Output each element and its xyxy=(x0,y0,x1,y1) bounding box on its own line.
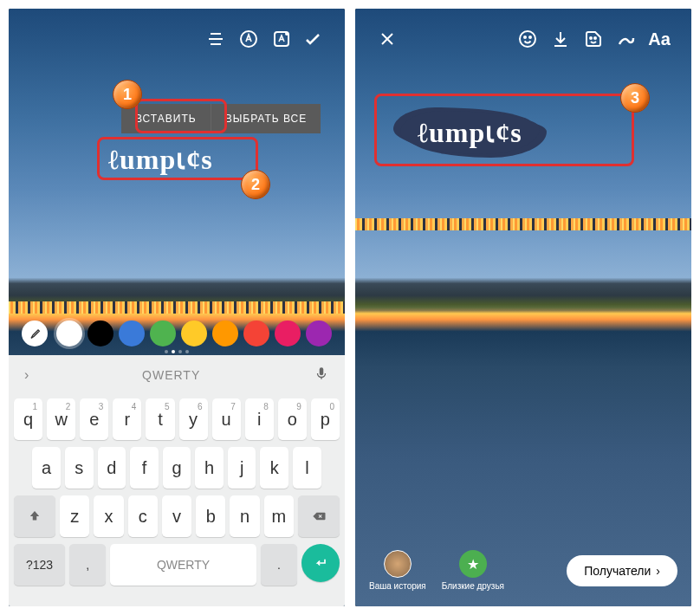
emoji-key[interactable]: , xyxy=(69,544,106,586)
space-key[interactable]: QWERTY xyxy=(110,544,256,586)
key-m[interactable]: m xyxy=(264,495,294,537)
share-bar: Ваша история ★ Близкие друзья Получатели… xyxy=(355,550,691,591)
color-swatch[interactable] xyxy=(56,320,82,346)
svg-point-4 xyxy=(520,31,535,47)
align-icon[interactable] xyxy=(201,24,230,54)
annotation-box-2 xyxy=(97,137,258,180)
key-z[interactable]: z xyxy=(60,495,89,537)
city-lights xyxy=(9,301,345,314)
key-p[interactable]: p0 xyxy=(311,398,340,440)
key-k[interactable]: k xyxy=(260,447,288,489)
done-checkmark[interactable] xyxy=(298,24,327,54)
annotation-box-1 xyxy=(135,99,227,133)
draw-icon[interactable] xyxy=(612,24,641,54)
chevron-right-icon: › xyxy=(656,564,660,578)
key-a[interactable]: a xyxy=(32,447,61,489)
backspace-key[interactable] xyxy=(298,495,340,537)
svg-point-6 xyxy=(529,36,531,38)
recipients-button[interactable]: Получатели › xyxy=(567,555,677,586)
key-v[interactable]: v xyxy=(162,495,191,537)
svg-point-5 xyxy=(524,36,526,38)
editor-toolbar xyxy=(9,17,345,61)
mic-icon[interactable] xyxy=(314,366,329,385)
key-s[interactable]: s xyxy=(65,447,94,489)
color-swatch[interactable] xyxy=(181,320,207,346)
key-y[interactable]: y6 xyxy=(179,398,208,440)
annotation-badge-1: 1 xyxy=(113,80,142,109)
color-swatch[interactable] xyxy=(150,320,176,346)
key-c[interactable]: c xyxy=(128,495,158,537)
enter-key[interactable] xyxy=(301,544,340,582)
face-filter-icon[interactable] xyxy=(513,24,542,54)
keyboard-suggestion[interactable]: QWERTY xyxy=(29,368,314,382)
svg-point-7 xyxy=(590,37,592,39)
key-g[interactable]: g xyxy=(163,447,191,489)
key-d[interactable]: d xyxy=(98,447,126,489)
page-dots xyxy=(165,350,189,353)
key-h[interactable]: h xyxy=(195,447,224,489)
text-tool-label[interactable]: Aa xyxy=(645,24,674,54)
annotation-badge-2: 2 xyxy=(241,170,270,199)
story-toolbar: Aa xyxy=(355,17,691,61)
sticker-icon[interactable] xyxy=(579,24,608,54)
eyedropper-icon[interactable] xyxy=(22,320,48,346)
key-e[interactable]: e3 xyxy=(80,398,108,440)
key-t[interactable]: t5 xyxy=(146,398,174,440)
close-friends-target[interactable]: ★ Близкие друзья xyxy=(442,550,504,591)
svg-point-8 xyxy=(594,37,596,39)
color-swatch[interactable] xyxy=(306,320,332,346)
download-icon[interactable] xyxy=(546,24,575,54)
svg-rect-3 xyxy=(320,367,324,375)
text-bg-icon[interactable] xyxy=(267,24,296,54)
key-o[interactable]: o9 xyxy=(278,398,307,440)
keyboard: › QWERTY q1w2e3r4t5y6u7i8o9p0 asdfghjkl … xyxy=(9,355,345,606)
key-q[interactable]: q1 xyxy=(14,398,42,440)
color-swatch[interactable] xyxy=(275,320,301,346)
color-swatch[interactable] xyxy=(212,320,238,346)
color-swatch[interactable] xyxy=(88,320,113,346)
key-w[interactable]: w2 xyxy=(47,398,75,440)
color-swatch[interactable] xyxy=(243,320,269,346)
key-r[interactable]: r4 xyxy=(113,398,141,440)
period-key[interactable]: . xyxy=(261,544,297,586)
key-f[interactable]: f xyxy=(130,447,159,489)
svg-point-2 xyxy=(285,32,288,36)
shift-key[interactable] xyxy=(14,495,55,537)
annotation-badge-3: 3 xyxy=(620,83,650,113)
avatar xyxy=(384,550,412,578)
star-icon: ★ xyxy=(459,550,487,578)
close-icon[interactable] xyxy=(373,24,402,54)
key-n[interactable]: n xyxy=(230,495,259,537)
key-u[interactable]: u7 xyxy=(212,398,241,440)
key-j[interactable]: j xyxy=(228,447,256,489)
key-i[interactable]: i8 xyxy=(245,398,274,440)
your-story-target[interactable]: Ваша история xyxy=(369,550,426,591)
key-b[interactable]: b xyxy=(196,495,225,537)
font-style-icon[interactable] xyxy=(234,24,263,54)
color-swatch[interactable] xyxy=(119,320,145,346)
color-palette xyxy=(9,320,345,346)
key-x[interactable]: x xyxy=(94,495,123,537)
city-lights xyxy=(355,218,691,230)
key-l[interactable]: l xyxy=(293,447,321,489)
annotation-box-3 xyxy=(374,94,634,166)
symbols-key[interactable]: ?123 xyxy=(14,544,65,586)
